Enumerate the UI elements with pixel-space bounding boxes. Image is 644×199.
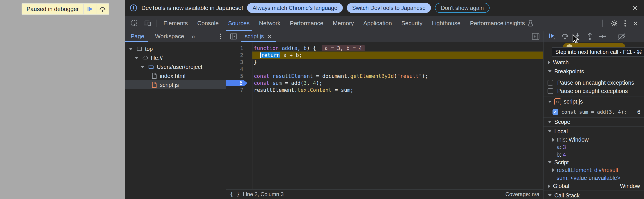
always-match-language-button[interactable]: Always match Chrome's language — [247, 3, 342, 13]
watch-section-header[interactable]: Watch — [544, 58, 644, 67]
tab-performance[interactable]: Performance — [285, 16, 328, 31]
checkbox-unchecked[interactable] — [548, 88, 553, 94]
checkbox-unchecked[interactable] — [548, 80, 553, 86]
code-lines: function add(a, b) {a = 3, b = 4 return … — [252, 42, 543, 199]
settings-gear-button[interactable] — [610, 19, 618, 28]
scope-global-header[interactable]: Global Window — [544, 182, 644, 190]
devtools-close-button[interactable] — [632, 20, 639, 27]
tab-security[interactable]: Security — [397, 16, 427, 31]
info-icon — [130, 4, 137, 12]
scope-var-resultelement[interactable]: resultElement: div#result — [544, 166, 644, 174]
cursor-position-label: Line 2, Column 3 — [243, 191, 284, 197]
tab-lighthouse[interactable]: Lighthouse — [427, 16, 465, 31]
code-line-4[interactable] — [252, 66, 543, 73]
step-over-button-page[interactable] — [96, 4, 108, 14]
tree-item-top[interactable]: top — [125, 44, 226, 53]
kebab-menu-icon — [220, 33, 222, 40]
inspect-element-button[interactable] — [128, 19, 141, 28]
expand-arrow-icon[interactable] — [140, 66, 146, 68]
line-number[interactable]: 3 — [226, 59, 252, 66]
checkbox-checked[interactable]: ✓ — [552, 109, 558, 115]
breakpoints-section-header[interactable]: Breakpoints — [544, 67, 644, 76]
resume-script-button[interactable] — [84, 4, 96, 14]
step-button[interactable] — [598, 33, 607, 40]
deactivate-breakpoints-icon — [618, 33, 626, 40]
scope-var-sum[interactable]: sum: <value unavailable> — [544, 174, 644, 182]
line-number[interactable]: 2 — [226, 52, 252, 59]
scope-script-header[interactable]: Script — [544, 158, 644, 166]
code-line-5[interactable]: const resultElement = document.getElemen… — [252, 73, 543, 80]
tree-item-script-js[interactable]: script.js — [125, 80, 226, 89]
navigator-tab-page[interactable]: Page — [125, 31, 150, 42]
tree-item-index-html[interactable]: index.html — [125, 71, 226, 80]
code-line-3[interactable]: } — [252, 59, 543, 66]
scope-local-header[interactable]: Local — [544, 126, 644, 136]
code-line-7[interactable]: resultElement.textContent = sum; — [252, 87, 543, 94]
tab-memory[interactable]: Memory — [328, 16, 358, 31]
expanded-arrow-icon — [548, 121, 552, 123]
expanded-arrow-icon — [548, 130, 552, 132]
tab-elements[interactable]: Elements — [159, 16, 192, 31]
line-number[interactable]: 1 — [226, 45, 252, 52]
navigator-pane: Page Workspace » — [125, 31, 226, 199]
kebab-menu-icon — [624, 20, 626, 27]
tabbar-right-controls — [600, 19, 644, 28]
pause-uncaught-exceptions-option[interactable]: Pause on uncaught exceptions — [544, 79, 644, 87]
call-stack-section-header[interactable]: Call Stack — [544, 190, 644, 199]
notification-close-button[interactable] — [632, 4, 638, 12]
line-number[interactable]: 7 — [226, 87, 252, 94]
deactivate-breakpoints-button[interactable] — [618, 33, 626, 40]
pause-caught-exceptions-option[interactable]: Pause on caught exceptions — [544, 87, 644, 95]
step-over-icon — [561, 33, 569, 40]
code-editor[interactable]: 1 2 3 4 5 6 7 function add(a, b) {a = 3,… — [226, 42, 543, 199]
breakpoint-options: Pause on uncaught exceptions Pause on ca… — [544, 76, 644, 97]
resume-script-button[interactable] — [548, 32, 556, 41]
line-number[interactable]: 5 — [226, 73, 252, 80]
line-number[interactable]: 4 — [226, 66, 252, 73]
code-line-1[interactable]: function add(a, b) {a = 3, b = 4 — [252, 45, 543, 52]
collapsed-arrow-icon — [548, 184, 550, 188]
step-into-tooltip: Step into next function call - F11 - ⌘ ; — [552, 47, 644, 57]
scope-var-this[interactable]: this: Window — [544, 136, 644, 143]
tree-item-project-folder[interactable]: Users/user/project — [125, 62, 226, 71]
breakpoint-entry[interactable]: ✓ const sum = add(3, 4); 6 — [544, 106, 644, 117]
tab-console[interactable]: Console — [192, 16, 223, 31]
expand-arrow-icon[interactable] — [128, 48, 134, 50]
step-out-icon — [586, 33, 594, 41]
inspect-icon — [130, 19, 139, 28]
scope-section-header[interactable]: Scope — [544, 117, 644, 126]
dont-show-again-button[interactable]: Don't show again — [435, 3, 490, 13]
collapse-navigator-button[interactable] — [230, 33, 238, 40]
step-icon — [598, 33, 607, 40]
tab-performance-insights[interactable]: Performance insights — [465, 16, 538, 31]
expand-arrow-icon[interactable] — [134, 57, 140, 59]
close-tab-icon[interactable] — [267, 34, 272, 39]
more-options-button[interactable] — [624, 20, 626, 27]
toolbar-divider — [612, 33, 612, 40]
switch-to-japanese-button[interactable]: Switch DevTools to Japanese — [347, 3, 431, 13]
code-line-2-execution-line[interactable]: return a + b; — [252, 52, 543, 59]
device-toolbar-button[interactable] — [141, 19, 154, 28]
pretty-print-icon[interactable]: { } — [230, 191, 240, 197]
device-toolbar-icon — [143, 19, 152, 28]
global-scope-value: Window — [620, 183, 644, 189]
more-tabs-chevron[interactable]: » — [190, 33, 196, 40]
close-icon — [632, 20, 639, 27]
navigator-more-options-button[interactable] — [220, 33, 226, 40]
coverage-label: Coverage: n/a — [505, 191, 539, 197]
step-out-button[interactable] — [586, 33, 594, 41]
code-line-6[interactable]: const sum = add(3, 4); — [252, 80, 543, 87]
toggle-debugger-sidebar-button[interactable] — [531, 32, 543, 41]
breakpoint-file-group[interactable]: ‹› script.js — [544, 97, 644, 106]
editor-tab-script-js[interactable]: script.js — [241, 31, 276, 42]
tab-application[interactable]: Application — [358, 16, 396, 31]
tab-network[interactable]: Network — [254, 16, 285, 31]
scope-var-b[interactable]: b: 4 — [544, 151, 644, 158]
breakpoint-marker-line-6[interactable]: 6 — [226, 80, 248, 86]
step-over-button[interactable] — [561, 33, 569, 40]
tab-sources[interactable]: Sources — [224, 16, 254, 31]
inline-variable-evaluation: a = 3, b = 4 — [322, 45, 364, 51]
navigator-tab-workspace[interactable]: Workspace — [150, 31, 190, 42]
tree-item-file-origin[interactable]: file:// — [125, 53, 226, 62]
scope-var-a[interactable]: a: 3 — [544, 143, 644, 151]
